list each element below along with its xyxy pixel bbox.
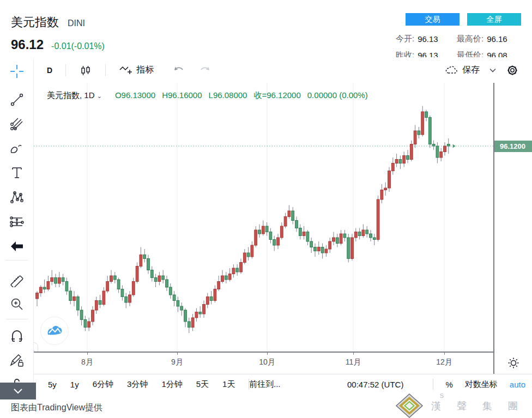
legend-ohlc-part: L96.08000 bbox=[209, 90, 247, 101]
quote-stat: 今开:96.13 bbox=[396, 31, 457, 47]
axis-tick bbox=[87, 353, 88, 355]
footer: 图表由TradingView提供 S 漢 聲 集 團 bbox=[0, 393, 532, 418]
price-change: -0.01(-0.01%) bbox=[51, 41, 105, 51]
undo-icon[interactable] bbox=[172, 65, 185, 76]
chevron-down-icon[interactable] bbox=[489, 68, 496, 72]
chart-toolbar: D 指标 bbox=[34, 57, 532, 83]
save-label: 保存 bbox=[462, 64, 480, 76]
timezone-clock[interactable]: 00:47:52 (UTC) bbox=[347, 374, 403, 394]
legend-ohlc-part: 0.00000 (0.00%) bbox=[307, 90, 368, 101]
range-button-5y[interactable]: 5y bbox=[48, 380, 57, 389]
range-button-6分钟[interactable]: 6分钟 bbox=[93, 379, 113, 390]
candle-style-button[interactable] bbox=[79, 64, 92, 77]
toolbar-separator bbox=[65, 64, 66, 76]
crosshair-tool-icon[interactable] bbox=[0, 61, 34, 82]
legend-ohlc-part: O96.13000 bbox=[115, 90, 155, 101]
chart-legend: 美元指数, 1D ⌄ O96.13000H96.16000L96.08000收=… bbox=[47, 90, 368, 101]
settings-gear-icon[interactable] bbox=[506, 64, 519, 77]
back-arrow-icon[interactable] bbox=[0, 236, 34, 257]
candlestick-canvas[interactable] bbox=[34, 83, 493, 352]
pitchfork-tool-icon[interactable] bbox=[0, 113, 34, 134]
percent-scale-button[interactable]: % bbox=[445, 380, 452, 389]
axis-month-label: 9月 bbox=[171, 358, 183, 367]
symbol-code: DINI bbox=[68, 19, 85, 28]
legend-ohlc-part: 收=96.12000 bbox=[253, 90, 300, 101]
brand-name: 漢 聲 集 團 bbox=[431, 399, 524, 413]
sun-icon[interactable] bbox=[507, 357, 519, 369]
range-button-5天[interactable]: 5天 bbox=[196, 379, 209, 390]
price-axis-line bbox=[493, 83, 494, 374]
range-button-1分钟[interactable]: 1分钟 bbox=[161, 379, 182, 390]
brand-mark: S bbox=[440, 392, 444, 399]
text-tool-icon[interactable] bbox=[0, 162, 34, 183]
chart-app: 美元指数 DINI 96.12 -0.01(-0.01%) 交易 全屏 今开:9… bbox=[0, 0, 532, 418]
drawing-lock-icon[interactable] bbox=[0, 350, 34, 371]
indicators-label: 指标 bbox=[136, 64, 154, 76]
brush-tool-icon[interactable] bbox=[0, 138, 34, 159]
time-axis[interactable]: 8月9月10月11月12月 bbox=[34, 352, 493, 374]
zoom-in-tool-icon[interactable] bbox=[0, 294, 34, 314]
axis-settings-corner[interactable] bbox=[494, 352, 532, 374]
sidebar-divider bbox=[5, 260, 28, 261]
cloud-icon bbox=[445, 65, 459, 76]
axis-month-label: 11月 bbox=[346, 358, 361, 367]
fullscreen-button[interactable]: 全屏 bbox=[467, 13, 521, 26]
price-axis[interactable] bbox=[493, 83, 532, 352]
brand-watermark: S 漢 聲 集 團 bbox=[395, 393, 524, 418]
interval-button[interactable]: D bbox=[47, 66, 52, 75]
toolbar-separator bbox=[433, 379, 433, 390]
legend-chevron-icon[interactable]: ⌄ bbox=[97, 93, 102, 99]
axis-tick bbox=[353, 353, 354, 355]
axis-tick bbox=[177, 353, 178, 355]
toolbar-separator bbox=[105, 64, 106, 76]
legend-ohlc-values: O96.13000H96.16000L96.08000收=96.120000.0… bbox=[115, 90, 368, 101]
range-buttons: 5y1y6分钟3分钟1分钟5天1天 bbox=[48, 374, 249, 394]
legend-ohlc-part: H96.16000 bbox=[162, 90, 202, 101]
sidebar-divider bbox=[5, 319, 28, 319]
indicator-wave-icon bbox=[119, 64, 133, 77]
last-price-axis-label: 96.1200 bbox=[494, 141, 532, 152]
position-tool-icon[interactable] bbox=[0, 211, 34, 232]
quote-stat: 最高价:96.16 bbox=[457, 31, 523, 47]
provider-watermark-logo bbox=[40, 317, 69, 345]
indicators-button[interactable]: 指标 bbox=[119, 64, 154, 77]
range-button-1y[interactable]: 1y bbox=[70, 380, 79, 389]
range-button-3分钟[interactable]: 3分钟 bbox=[127, 379, 148, 390]
page-title: 美元指数 bbox=[11, 14, 59, 31]
header: 美元指数 DINI 96.12 -0.01(-0.01%) 交易 全屏 今开:9… bbox=[0, 0, 532, 57]
save-button[interactable]: 保存 bbox=[445, 64, 480, 76]
magnet-tool-icon[interactable] bbox=[0, 326, 34, 347]
tradingview-attribution: 图表由TradingView提供 bbox=[11, 402, 102, 414]
legend-symbol[interactable]: 美元指数, 1D ⌄ bbox=[47, 90, 102, 101]
last-price: 96.12 bbox=[11, 37, 44, 52]
chart-pane[interactable]: 美元指数, 1D ⌄ O96.13000H96.16000L96.08000收=… bbox=[34, 83, 493, 352]
range-button-1天[interactable]: 1天 bbox=[222, 379, 235, 390]
goto-date-button[interactable]: 前往到... bbox=[249, 374, 281, 394]
axis-month-label: 8月 bbox=[81, 358, 93, 367]
axis-month-label: 12月 bbox=[436, 358, 452, 367]
brand-diamond-logo-icon bbox=[395, 393, 424, 418]
auto-scale-button[interactable]: auto bbox=[510, 380, 525, 389]
log-scale-button[interactable]: 对数坐标 bbox=[465, 379, 498, 390]
bottom-toolbar: 5y1y6分钟3分钟1分钟5天1天 前往到... 00:47:52 (UTC) … bbox=[34, 374, 532, 393]
drawing-sidebar bbox=[0, 59, 34, 401]
trade-button[interactable]: 交易 bbox=[406, 13, 460, 26]
scale-controls: % 对数坐标 auto bbox=[433, 374, 525, 394]
redo-icon[interactable] bbox=[198, 65, 211, 76]
measure-tool-icon[interactable] bbox=[0, 269, 34, 290]
pattern-tool-icon[interactable] bbox=[0, 187, 34, 208]
axis-tick bbox=[267, 353, 268, 355]
axis-tick bbox=[444, 353, 445, 355]
trend-line-tool-icon[interactable] bbox=[0, 89, 34, 110]
axis-month-label: 10月 bbox=[259, 358, 275, 367]
toolbar-scroll-down-overlay[interactable] bbox=[0, 383, 36, 399]
